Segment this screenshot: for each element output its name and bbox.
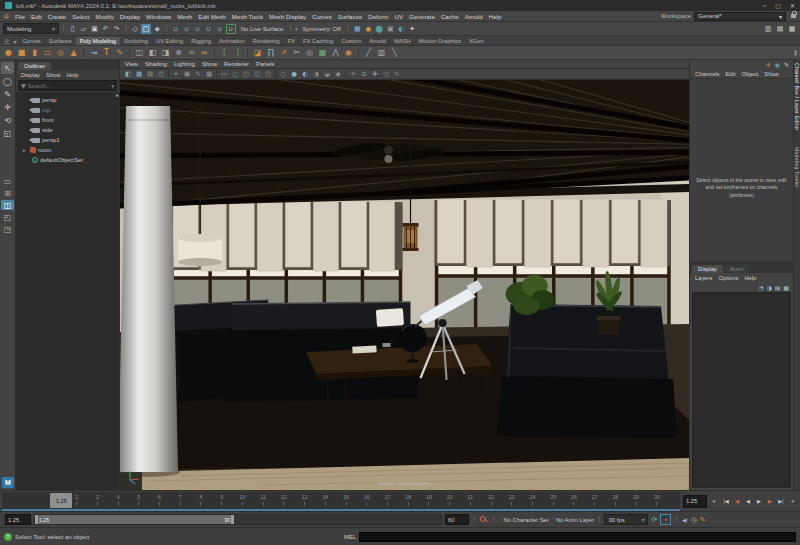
xray-icon[interactable]: ⊙ — [359, 70, 369, 79]
frame-tick-15[interactable]: 15 — [336, 494, 356, 506]
snap-point-icon[interactable]: ∪ — [193, 24, 203, 34]
make-live-icon[interactable]: ∪ — [226, 24, 236, 34]
frame-tick-5[interactable]: 5 — [129, 494, 149, 506]
viewport-menu-shading[interactable]: Shading — [145, 61, 167, 67]
move-pin-icon[interactable]: ✛ — [766, 61, 771, 68]
edit-icon[interactable]: ✎ — [784, 61, 789, 68]
lasso-tool[interactable]: ◯ — [1, 75, 14, 87]
shelf-tab-xgen[interactable]: XGen — [465, 37, 488, 45]
speed-icon[interactable]: ◉ — [775, 61, 780, 68]
close-button[interactable]: ✕ — [790, 2, 795, 9]
film-gate-icon[interactable]: ▭ — [219, 70, 229, 79]
outliner-menu-display[interactable]: Display — [21, 72, 40, 78]
new-layer-selected-icon[interactable]: ▦ — [783, 284, 789, 291]
curve-tool-icon[interactable]: ↝ — [88, 47, 99, 58]
smooth-icon[interactable]: ≈ — [186, 47, 197, 58]
select-tool[interactable]: ↖ — [1, 62, 14, 74]
outliner-menu-show[interactable]: Show — [46, 72, 61, 78]
select-object-icon[interactable]: ▢ — [141, 24, 151, 34]
redo-icon[interactable]: ↷ — [112, 24, 122, 34]
frame-tick-29[interactable]: 29 — [626, 494, 646, 506]
snap-curve-icon[interactable]: ∪ — [182, 24, 192, 34]
mirror-icon[interactable]: ⇔ — [199, 47, 210, 58]
select-hierarchy-icon[interactable]: ◇ — [130, 24, 140, 34]
channel-box-toggle-icon[interactable]: ▦ — [787, 24, 797, 34]
slide-edge-icon[interactable]: ▥ — [376, 47, 387, 58]
outliner-item-top[interactable]: top — [16, 105, 119, 115]
speaker-icon[interactable]: ◀) — [682, 517, 688, 523]
viewport-canvas[interactable]: persp1 (masterLayer) — [120, 80, 689, 490]
open-scene-icon[interactable]: ▱ — [79, 24, 89, 34]
poly-plane-icon[interactable]: ▭ — [42, 47, 53, 58]
shelf-scroll-arrows[interactable]: ▲▼ — [794, 49, 797, 57]
menu-mesh-tools[interactable]: Mesh Tools — [229, 13, 266, 20]
use-all-lights-icon[interactable]: ◑ — [311, 70, 321, 79]
maximize-button[interactable]: ▢ — [775, 2, 781, 9]
frame-tick-13[interactable]: 13 — [295, 494, 315, 506]
extrude-icon[interactable]: ↗ — [278, 47, 289, 58]
edge-flow-icon[interactable]: ╱ — [363, 47, 374, 58]
gamma-icon[interactable]: ✎ — [392, 70, 402, 79]
joints-xray-icon[interactable]: ✚ — [370, 70, 380, 79]
frame-tick-17[interactable]: 17 — [377, 494, 397, 506]
textured-icon[interactable]: ◐ — [300, 70, 310, 79]
side-tab-channel-box-layer-editor[interactable]: Channel Box / Layer Editor — [794, 63, 800, 131]
menu-edit-mesh[interactable]: Edit Mesh — [195, 13, 229, 20]
frame-tick-28[interactable]: 28 — [605, 494, 625, 506]
uv-open-bracket-icon[interactable]: [ — [219, 47, 230, 58]
frame-tick-16[interactable]: 16 — [357, 494, 377, 506]
frame-tick-9[interactable]: 9 — [212, 494, 232, 506]
frame-tick-4[interactable]: 4 — [108, 494, 128, 506]
viewport-menu-lighting[interactable]: Lighting — [174, 61, 195, 67]
layer-tab-anim[interactable]: Anim — [724, 265, 749, 273]
save-scene-icon[interactable]: ▣ — [90, 24, 100, 34]
new-layer-icon[interactable]: ▤ — [775, 284, 781, 291]
frame-tick-19[interactable]: 19 — [419, 494, 439, 506]
time-slider-track[interactable]: 1.25 23456789101112131415161718192021222… — [2, 492, 680, 511]
side-tab-modeling-toolkit[interactable]: Modeling Toolkit — [794, 147, 800, 188]
lock-camera-icon[interactable]: ▦ — [134, 70, 144, 79]
layout-single-pane[interactable]: ▭ — [1, 176, 14, 186]
step-forward-frame-button[interactable]: ▶| — [776, 495, 786, 508]
shelf-tab-motion-graphics[interactable]: Motion Graphics — [415, 37, 465, 45]
menu-mesh-display[interactable]: Mesh Display — [266, 13, 309, 20]
bevel-icon[interactable]: ◪ — [252, 47, 263, 58]
frame-tick-23[interactable]: 23 — [502, 494, 522, 506]
set-key-icon[interactable] — [480, 515, 489, 524]
frame-tick-2[interactable]: 2 — [67, 494, 87, 506]
range-slider-track[interactable]: 1.25 30 — [34, 514, 442, 525]
field-chart-icon[interactable]: ◱ — [252, 70, 262, 79]
shelf-tab-mash[interactable]: MASH — [390, 37, 415, 45]
poly-sphere-icon[interactable]: ● — [3, 47, 14, 58]
render-settings-icon[interactable]: ▣ — [385, 24, 395, 34]
script-editor-icon[interactable]: ✎ — [700, 516, 706, 524]
frame-tick-10[interactable]: 10 — [232, 494, 252, 506]
outliner-item-front[interactable]: front — [16, 115, 119, 125]
crease-icon[interactable]: ⋀ — [330, 47, 341, 58]
frame-tick-30[interactable]: 30 — [647, 494, 667, 506]
shelf-tab-surfaces[interactable]: Surfaces — [45, 37, 76, 45]
select-camera-icon[interactable]: ◧ — [123, 70, 133, 79]
scale-tool[interactable]: ◱ — [1, 127, 14, 139]
render-current-frame-icon[interactable]: ◉ — [363, 24, 373, 34]
grid-icon[interactable]: ▦ — [204, 70, 214, 79]
frame-tick-18[interactable]: 18 — [398, 494, 418, 506]
anim-end-field[interactable]: 60 — [445, 514, 469, 525]
live-surface-label[interactable]: No Live Surface — [238, 26, 287, 32]
shelf-tab-fx[interactable]: FX — [284, 37, 299, 45]
playback-loop-icon[interactable]: ⟳ — [651, 516, 657, 524]
rotate-tool[interactable]: ⟲ — [1, 114, 14, 126]
frame-tick-20[interactable]: 20 — [440, 494, 460, 506]
chevron-down-icon[interactable]: ▾ — [295, 26, 298, 32]
combine-icon[interactable]: ◫ — [134, 47, 145, 58]
grease-pencil-icon[interactable]: ✎ — [193, 70, 203, 79]
select-component-icon[interactable]: ◈ — [152, 24, 162, 34]
frame-tick-11[interactable]: 11 — [253, 494, 273, 506]
frame-tick-3[interactable]: 3 — [87, 494, 107, 506]
undo-icon[interactable]: ↶ — [101, 24, 111, 34]
shaded-icon[interactable]: ● — [289, 70, 299, 79]
quad-strip-icon[interactable]: ╲ — [389, 47, 400, 58]
viewport-menu-view[interactable]: View — [125, 61, 138, 67]
viewport-menu-renderer[interactable]: Renderer — [224, 61, 249, 67]
outliner-search-input[interactable] — [28, 83, 110, 89]
